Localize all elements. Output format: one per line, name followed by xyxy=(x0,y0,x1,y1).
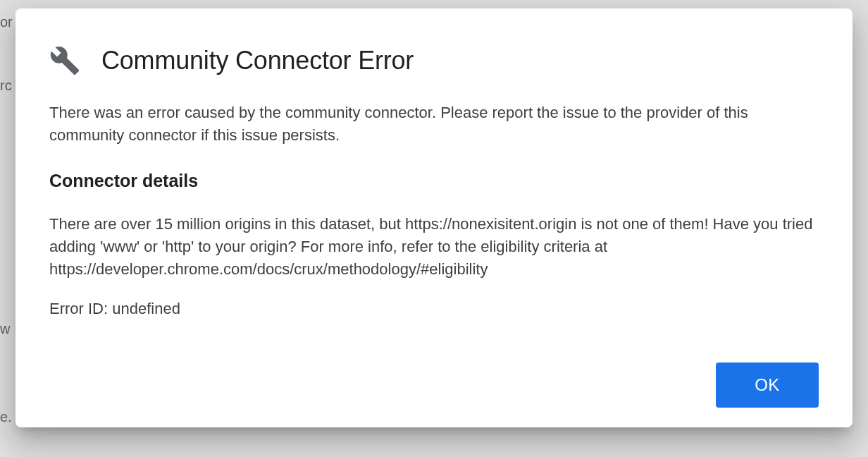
ok-button[interactable]: OK xyxy=(716,362,819,408)
error-dialog: Community Connector Error There was an e… xyxy=(16,8,852,427)
details-heading: Connector details xyxy=(49,168,819,193)
dialog-title: Community Connector Error xyxy=(101,46,414,75)
dialog-header: Community Connector Error xyxy=(49,45,819,76)
intro-text: There was an error caused by the communi… xyxy=(49,102,819,147)
dialog-footer: OK xyxy=(49,362,819,408)
details-text: There are over 15 million origins in thi… xyxy=(49,213,819,281)
dialog-body: There was an error caused by the communi… xyxy=(49,102,819,362)
wrench-icon xyxy=(49,45,80,76)
error-id-text: Error ID: undefined xyxy=(49,298,819,320)
modal-overlay: Community Connector Error There was an e… xyxy=(0,0,868,457)
